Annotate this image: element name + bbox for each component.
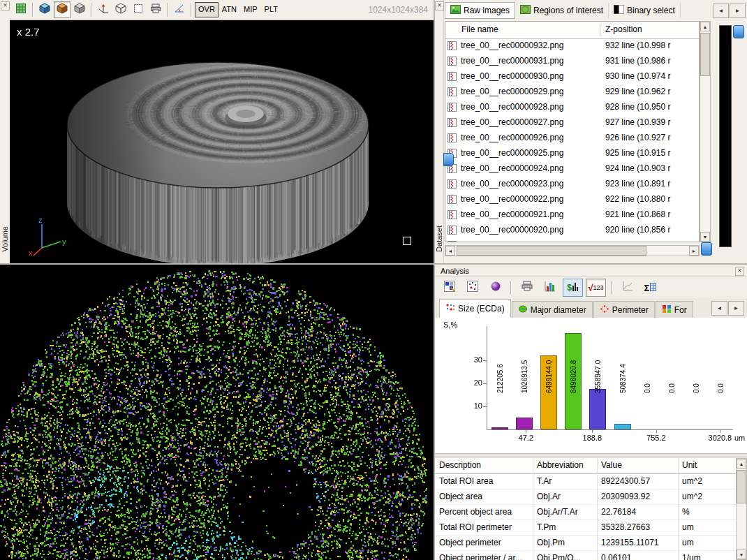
histogram-bar[interactable] bbox=[589, 389, 606, 429]
volume-render-button[interactable] bbox=[36, 1, 53, 18]
tab-major-diameter[interactable]: Major diameter bbox=[512, 301, 593, 318]
tab-scroll-right-icon[interactable]: ► bbox=[730, 3, 746, 18]
reposition-button[interactable] bbox=[95, 1, 112, 18]
tab-scroll-left-icon[interactable]: ◄ bbox=[711, 301, 727, 316]
histogram-bar[interactable] bbox=[516, 418, 533, 429]
file-row[interactable]: tree_00__rec00000922.png922 line (10.880… bbox=[445, 192, 699, 207]
file-row[interactable]: tree_00__rec00000925.png925 line (10.915… bbox=[445, 146, 699, 161]
z-position: 930 line (10.974 r bbox=[605, 71, 670, 81]
result-cell: 35328.27663 bbox=[601, 522, 675, 532]
clip-box-button[interactable] bbox=[130, 1, 147, 18]
chart-plot: 212205.61026913.56499144.08496020.835589… bbox=[487, 326, 733, 430]
tab-perimeter[interactable]: Perimeter bbox=[593, 301, 655, 318]
column-divider[interactable] bbox=[600, 24, 600, 36]
tab-scroll-left-icon[interactable]: ◄ bbox=[713, 3, 729, 18]
mode-button-ovr[interactable]: OVR bbox=[195, 2, 219, 17]
result-row[interactable]: Total ROI perimeterT.Pm35328.27663um bbox=[435, 520, 736, 536]
volume-panel-label: Volume bbox=[1, 226, 9, 252]
scrollbar-thumb[interactable] bbox=[457, 246, 646, 256]
scroll-left-icon[interactable]: ◄ bbox=[445, 246, 455, 256]
scrollbar-thumb[interactable] bbox=[737, 470, 746, 503]
result-row[interactable]: Object perimeterObj.Pm1239155.11071um bbox=[435, 536, 736, 551]
file-row[interactable]: tree_00__rec00000931.png931 line (10.986… bbox=[445, 54, 699, 69]
scrollbar-thumb[interactable] bbox=[700, 33, 710, 76]
tab-binary-selection[interactable]: Binary select bbox=[609, 3, 681, 18]
scroll-right-icon[interactable]: ► bbox=[689, 246, 699, 256]
result-row[interactable]: Total ROI areaT.Ar89224300.57um^2 bbox=[435, 474, 736, 489]
despeckle-button[interactable] bbox=[462, 279, 482, 297]
dataset-button[interactable] bbox=[13, 1, 29, 18]
tab-regions-of-interest[interactable]: Regions of interest bbox=[515, 3, 609, 18]
print-button[interactable] bbox=[517, 279, 537, 297]
scroll-down-icon[interactable]: ▼ bbox=[737, 550, 746, 559]
threshold-button[interactable] bbox=[439, 279, 459, 297]
mip-view-button[interactable] bbox=[71, 1, 88, 18]
file-row[interactable]: tree_00__rec00000929.png929 line (10.962… bbox=[445, 84, 699, 100]
intensity-max-handle[interactable] bbox=[733, 25, 744, 38]
file-name: tree_00__rec00000921.png bbox=[461, 209, 563, 219]
bounding-box-button[interactable] bbox=[112, 1, 129, 18]
file-row[interactable]: tree_00__rec00000920.png920 line (10.856… bbox=[445, 223, 699, 238]
mode-button-mip[interactable]: MIP bbox=[240, 2, 261, 17]
tab-size-ecda[interactable]: Size (ECDa) bbox=[439, 299, 511, 318]
column-header-z-position[interactable]: Z-position bbox=[605, 24, 642, 34]
file-list-horizontal-scrollbar[interactable]: ◄ ► bbox=[445, 245, 700, 256]
tab-form[interactable]: For bbox=[656, 301, 693, 318]
file-row[interactable]: tree_00__rec00000923.png923 line (10.891… bbox=[445, 177, 699, 192]
file-row[interactable]: tree_00__rec00000932.png932 line (10.998… bbox=[445, 38, 699, 54]
numeric-results-button[interactable]: √ 123 bbox=[586, 279, 606, 297]
file-row[interactable]: tree_00__rec00000921.png921 line (10.868… bbox=[445, 207, 699, 223]
column-header-value[interactable]: Value bbox=[601, 460, 675, 470]
close-icon[interactable]: × bbox=[1, 1, 10, 10]
threshold-icon bbox=[443, 280, 456, 295]
file-list-vertical-scrollbar[interactable]: ▲ ▼ bbox=[700, 21, 711, 242]
close-icon[interactable]: × bbox=[435, 1, 444, 10]
result-row[interactable]: Percent object areaObj.Ar/T.Ar22.76184% bbox=[435, 505, 736, 520]
gray-cube-icon bbox=[74, 3, 85, 17]
scroll-down-icon[interactable]: ▼ bbox=[700, 232, 710, 242]
column-header-abbreviation[interactable]: Abbreviation bbox=[537, 460, 596, 470]
current-slice-handle[interactable] bbox=[443, 153, 454, 166]
file-list-header[interactable]: File name Z-position bbox=[445, 22, 699, 39]
volume-3d-viewport[interactable]: x 2.7 z y x bbox=[10, 20, 434, 263]
intensity-range-bar[interactable] bbox=[719, 25, 732, 247]
column-header-unit[interactable]: Unit bbox=[682, 460, 732, 470]
results-table: Description Abbreviation Value Unit Tota… bbox=[435, 458, 736, 560]
mode-button-plt[interactable]: PLT bbox=[261, 2, 281, 17]
scroll-up-icon[interactable]: ▲ bbox=[700, 22, 710, 31]
segmented-slice-panel[interactable] bbox=[0, 265, 434, 560]
file-row[interactable]: tree_00__rec00000930.png930 line (10.974… bbox=[445, 69, 699, 84]
file-row[interactable]: tree_00__rec00000928.png928 line (10.950… bbox=[445, 100, 699, 115]
file-row[interactable]: tree_00__rec00000924.png924 line (10.903… bbox=[445, 161, 699, 177]
print-view-button[interactable] bbox=[147, 1, 164, 18]
mode-button-atn[interactable]: ATN bbox=[219, 2, 240, 17]
scroll-up-icon[interactable]: ▲ bbox=[737, 459, 746, 469]
tab-raw-images[interactable]: Raw images bbox=[445, 2, 515, 19]
file-row[interactable]: tree_00__rec00000926.png926 line (10.927… bbox=[445, 131, 699, 146]
histogram-bar[interactable] bbox=[491, 427, 508, 429]
column-header-description[interactable]: Description bbox=[439, 460, 530, 470]
results-table-scrollbar[interactable]: ▲ ▼ bbox=[736, 458, 747, 560]
file-row[interactable]: tree_00__rec00000919.png919 line (10.844… bbox=[445, 238, 699, 242]
result-row[interactable]: Object perimeter / ar...Obj.Pm/O...0.061… bbox=[435, 551, 736, 560]
file-row[interactable]: tree_00__rec00000927.png927 line (10.939… bbox=[445, 115, 699, 131]
toolbar-separator bbox=[32, 3, 34, 17]
results-table-header[interactable]: Description Abbreviation Value Unit bbox=[435, 458, 736, 474]
histogram-button[interactable] bbox=[540, 279, 560, 297]
histogram-bar[interactable] bbox=[614, 424, 631, 429]
sum-table-button[interactable]: Σ bbox=[640, 279, 660, 297]
cutaway-view-button[interactable] bbox=[54, 1, 71, 18]
plot-results-button[interactable] bbox=[617, 279, 637, 297]
result-cell: Obj.Pm/O... bbox=[537, 553, 596, 560]
rotation-angle-button[interactable] bbox=[171, 1, 188, 18]
integrate-results-button[interactable]: $ bbox=[563, 279, 583, 297]
result-cell: Obj.Ar/T.Ar bbox=[537, 507, 596, 517]
morphology-button[interactable] bbox=[485, 279, 505, 297]
close-icon[interactable]: × bbox=[735, 267, 744, 276]
result-cell: 20309093.92 bbox=[601, 492, 675, 501]
tab-scroll-right-icon[interactable]: ► bbox=[728, 301, 744, 316]
result-row[interactable]: Object areaObj.Ar20309093.92um^2 bbox=[435, 489, 736, 505]
intensity-min-handle[interactable] bbox=[701, 242, 712, 256]
column-divider bbox=[597, 458, 598, 560]
column-header-file-name[interactable]: File name bbox=[461, 24, 498, 34]
